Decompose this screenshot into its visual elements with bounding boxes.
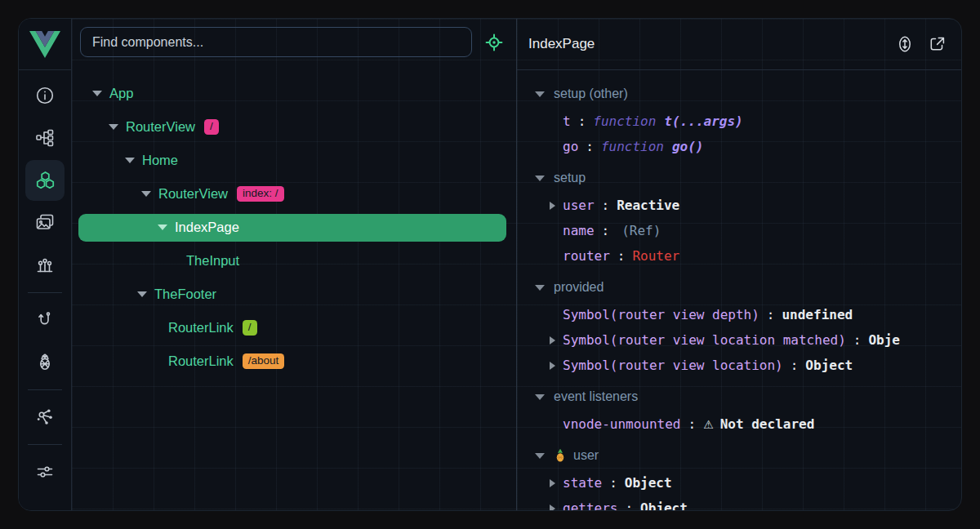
separator: : — [578, 113, 586, 129]
search-input[interactable] — [80, 27, 472, 57]
route-badge: index: / — [237, 186, 284, 202]
search-row — [72, 19, 516, 57]
tree-row-home[interactable]: Home — [72, 144, 516, 177]
collapse-caret-icon — [535, 176, 545, 181]
section-title: user — [573, 448, 599, 463]
state-row[interactable]: state : Object — [517, 470, 961, 496]
collapse-caret-icon — [141, 191, 151, 197]
inspector-title: IndexPage — [528, 36, 595, 52]
state-value: Object — [640, 500, 688, 510]
separator: : — [602, 198, 610, 213]
info-icon — [34, 85, 56, 106]
sidebar-item-pages[interactable] — [25, 118, 65, 158]
tree-row-routerview-index[interactable]: RouterView index: / — [72, 177, 516, 211]
tree-row-thefooter[interactable]: TheFooter — [72, 278, 516, 311]
collapse-caret-icon — [158, 224, 167, 230]
state-row[interactable]: Symbol(router view location) : Object — [517, 353, 961, 378]
state-key: Symbol(router view depth) — [563, 307, 760, 322]
component-label: RouterView — [158, 186, 228, 202]
state-row[interactable]: getters : Object — [517, 496, 961, 510]
vue-devtools: App RouterView / Home RouterView index: … — [0, 0, 980, 529]
inspector-header-icons — [895, 34, 947, 54]
section-header-provided[interactable]: provided — [517, 273, 961, 302]
sidebar-item-router[interactable] — [25, 300, 65, 340]
section-header-setup[interactable]: setup — [517, 163, 961, 193]
component-picker-button[interactable] — [483, 32, 505, 53]
state-key: vnode-unmounted — [563, 416, 681, 432]
inspector-body: setup (other) t : function t(...args) go… — [517, 70, 961, 510]
state-value: (Ref) — [621, 223, 661, 238]
sidebar-item-overview[interactable] — [25, 75, 65, 116]
separator: : — [853, 332, 862, 348]
state-key: router — [563, 248, 610, 264]
separator: : — [791, 358, 799, 373]
sidebar-item-settings[interactable] — [25, 451, 65, 492]
section-title: setup (other) — [554, 87, 628, 101]
collapse-caret-icon — [535, 91, 545, 97]
sidebar-divider — [28, 292, 62, 293]
state-key: user — [563, 198, 595, 213]
sidebar-item-timeline[interactable] — [25, 245, 65, 286]
state-key: Symbol(router view location matched) — [563, 332, 846, 348]
sidebar-item-pinia[interactable] — [25, 342, 65, 383]
logo-cell — [19, 19, 71, 70]
separator: : — [609, 475, 617, 491]
inspector-panel: IndexPage — [517, 19, 961, 510]
section-header-user-store[interactable]: user — [517, 441, 961, 470]
state-value: Not declared — [720, 416, 815, 432]
inspector-header: IndexPage — [517, 19, 961, 70]
expand-caret-icon[interactable] — [550, 336, 555, 345]
expand-caret-icon[interactable] — [550, 362, 555, 370]
warning-icon: ⚠ — [703, 418, 714, 431]
component-label: RouterView — [126, 119, 195, 135]
state-key: Symbol(router view location) — [563, 358, 783, 373]
state-row[interactable]: vnode-unmounted : ⚠ Not declared — [517, 411, 961, 437]
state-value: Object — [625, 475, 672, 491]
function-signature: go() — [672, 139, 704, 154]
tree-row-routerlink-home[interactable]: RouterLink / — [72, 311, 516, 345]
state-key: state — [563, 475, 602, 491]
component-label: RouterLink — [168, 320, 234, 336]
tree-row-indexpage-selected[interactable]: IndexPage — [78, 214, 506, 242]
state-row[interactable]: router : Router — [517, 243, 961, 269]
sidebar-item-assets[interactable] — [25, 202, 65, 243]
router-icon — [34, 309, 56, 331]
sidebar-icons — [19, 70, 71, 493]
state-row[interactable]: user : Reactive — [517, 193, 961, 218]
open-in-editor-button[interactable] — [927, 34, 947, 54]
collapse-caret-icon — [92, 91, 102, 96]
state-row[interactable]: Symbol(router view depth) : undefined — [517, 302, 961, 327]
state-row[interactable]: name : (Ref) — [517, 218, 961, 243]
expand-caret-icon[interactable] — [550, 202, 555, 210]
sidebar-item-components[interactable] — [25, 160, 65, 201]
section-header-event-listeners[interactable]: event listeners — [517, 382, 961, 411]
state-row[interactable]: t : function t(...args) — [517, 109, 961, 134]
state-key: t — [563, 113, 571, 129]
state-row[interactable]: go : function go() — [517, 134, 961, 159]
collapse-caret-icon — [137, 291, 147, 297]
separator: : — [767, 307, 775, 322]
expand-caret-icon[interactable] — [550, 479, 555, 487]
section-header-setup-other[interactable]: setup (other) — [517, 79, 961, 109]
sidebar — [19, 19, 72, 510]
tree-row-routerview[interactable]: RouterView / — [72, 110, 516, 144]
state-value: Router — [632, 248, 679, 264]
tree-row-routerlink-about[interactable]: RouterLink /about — [72, 345, 516, 378]
expand-caret-icon[interactable] — [550, 505, 555, 510]
open-in-editor-icon — [927, 34, 947, 54]
graph-icon — [34, 407, 56, 428]
state-row[interactable]: Symbol(router view location matched) : O… — [517, 327, 961, 353]
component-label: TheInput — [186, 253, 239, 269]
component-label: App — [109, 86, 133, 101]
vue-logo-icon — [29, 31, 60, 58]
separator: : — [602, 223, 610, 238]
component-hierarchy-icon — [34, 127, 56, 149]
route-badge: /about — [243, 353, 285, 370]
tree-row-theinput[interactable]: TheInput — [72, 244, 516, 278]
tree-row-app[interactable]: App — [72, 77, 516, 110]
sidebar-item-graph[interactable] — [25, 397, 65, 438]
separator: : — [688, 416, 697, 432]
scroll-to-component-button[interactable] — [895, 34, 915, 54]
sidebar-divider — [28, 444, 62, 445]
state-key: go — [563, 139, 578, 154]
